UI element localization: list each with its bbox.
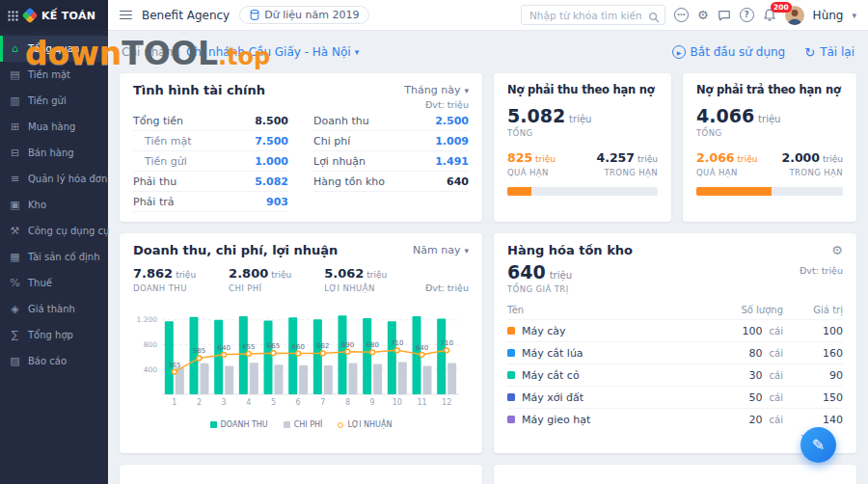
app-name: KẾ TOÁN <box>41 10 95 22</box>
notification-badge: 200 <box>771 2 793 13</box>
table-row[interactable]: Máy xới đất 50cái 150 <box>507 386 843 408</box>
legend-doanh-thu[interactable]: DOANH THU <box>210 420 268 429</box>
invoice-icon: ≡ <box>9 173 21 185</box>
svg-text:640: 640 <box>217 344 230 352</box>
menu-toggle-icon[interactable] <box>120 11 132 20</box>
revenue-card: Doanh thu, chi phí, lợi nhuận Năm nay ▾ … <box>120 233 482 453</box>
sidebar-item-mua-hang[interactable]: ⊞Mua hàng <box>0 114 108 140</box>
revenue-period-select[interactable]: Năm nay ▾ <box>413 244 469 256</box>
payable-card-title: Nợ phải trả theo hạn nợ <box>696 83 841 96</box>
sidebar-item-gia-thanh[interactable]: ◈Giá thành <box>0 296 108 322</box>
branch-label: Chi nhánh <box>122 45 180 59</box>
inventory-card-title: Hàng hóa tồn kho <box>507 243 633 257</box>
stat-chi-phi: 2.800triệu CHI PHÍ <box>229 263 291 293</box>
data-year-selector[interactable]: Dữ liệu năm 2019 <box>239 6 369 24</box>
svg-text:365: 365 <box>168 362 180 369</box>
svg-text:660: 660 <box>291 343 304 351</box>
svg-text:710: 710 <box>391 339 403 347</box>
sidebar-item-label: Báo cáo <box>28 356 67 366</box>
database-icon <box>250 10 259 20</box>
payable-progress-fill <box>696 187 772 196</box>
sidebar-item-ban-hang[interactable]: ⊟Bán hàng <box>0 140 108 166</box>
cost-icon: ◈ <box>9 303 21 315</box>
receivable-overdue: 825triệu QUÁ HẠN <box>507 148 556 177</box>
topbar-actions: ⋯ ⚙ ? 200 Hùng ▾ <box>521 5 856 26</box>
sidebar-item-label: Công cụ dụng cụ <box>28 226 109 236</box>
start-using-button[interactable]: ▶ Bắt đầu sử dụng <box>672 45 786 59</box>
sidebar-item-tong-hop[interactable]: ∑Tổng hợp <box>0 322 108 348</box>
sidebar-item-quan-ly-hoa-don[interactable]: ≡Quản lý hóa đơn <box>0 166 108 192</box>
receivable-total: 5.082 <box>507 105 565 126</box>
topbar-main: Benefit Agency Dữ liệu năm 2019 ⋯ ⚙ ? <box>108 0 868 31</box>
finance-card-title: Tình hình tài chính <box>133 83 265 97</box>
table-row[interactable]: Máy cắt cỏ 30cái 90 <box>507 363 843 386</box>
svg-text:662: 662 <box>316 342 329 350</box>
revenue-stats: 7.862triệu DOANH THU 2.800triệu CHI PHÍ … <box>133 263 469 293</box>
settings-gear-icon[interactable]: ⚙ <box>697 9 709 21</box>
svg-text:680: 680 <box>366 341 378 349</box>
payable-total: 4.066 <box>696 105 754 126</box>
user-menu-caret-icon[interactable]: ▾ <box>852 11 856 20</box>
report-icon: ▨ <box>9 355 21 367</box>
finance-row: Tổng tiền8.500 <box>133 111 288 131</box>
svg-text:5: 5 <box>271 398 276 407</box>
search-input[interactable] <box>521 5 665 25</box>
partial-card-left <box>120 465 482 484</box>
legend-loi-nhuan[interactable]: LỢI NHUẬN <box>338 420 392 429</box>
reload-button[interactable]: ↻ Tải lại <box>804 45 854 60</box>
sidebar-item-label: Tiền mặt <box>28 69 70 80</box>
finance-row: Chi phí1.009 <box>313 131 469 151</box>
sidebar-item-bao-cao[interactable]: ▨Báo cáo <box>0 348 108 374</box>
sidebar-item-kho[interactable]: ▣Kho <box>0 192 108 218</box>
topbar: KẾ TOÁN Benefit Agency Dữ liệu năm 2019 … <box>0 0 868 31</box>
inventory-summary: 640triệu TỔNG GIÁ TRỊ Đvt: triệu <box>507 261 843 294</box>
payable-overdue: 2.066triệu QUÁ HẠN <box>696 148 758 177</box>
bank-deposit-icon: ▥ <box>9 94 21 107</box>
svg-text:710: 710 <box>440 339 452 347</box>
user-name[interactable]: Hùng <box>813 9 844 22</box>
inventory-table: Tên Số lượng Giá trị Máy cày 100cái 100 … <box>507 302 843 430</box>
revenue-card-title: Doanh thu, chi phí, lợi nhuận <box>133 243 338 257</box>
finance-card: Tình hình tài chính Tháng này ▾ Đvt: tri… <box>120 73 482 222</box>
topbar-brand: KẾ TOÁN <box>0 0 108 31</box>
sidebar-item-tong-quan[interactable]: ⌂Tổng quan <box>0 36 108 62</box>
edit-fab-button[interactable]: ✎ <box>800 427 836 463</box>
inventory-card: Hàng hóa tồn kho ⚙ 640triệu TỔNG GIÁ TRỊ… <box>494 233 856 453</box>
more-menu-icon[interactable]: ⋯ <box>674 8 689 22</box>
item-color-swatch <box>507 349 515 357</box>
inventory-settings-icon[interactable]: ⚙ <box>831 244 843 256</box>
svg-text:9: 9 <box>370 398 375 407</box>
sidebar: ⌂Tổng quan ▤Tiền mặt ▥Tiền gửi ⊞Mua hàng… <box>0 31 108 484</box>
sidebar-item-tien-gui[interactable]: ▥Tiền gửi <box>0 88 108 114</box>
finance-row: Tiền mặt7.500 <box>133 131 288 151</box>
subheader-actions: ▶ Bắt đầu sử dụng ↻ Tải lại <box>672 45 854 60</box>
legend-chi-phi[interactable]: CHI PHÍ <box>284 420 323 429</box>
sidebar-item-label: Giá thành <box>28 304 75 314</box>
sidebar-item-tai-san-co-dinh[interactable]: ▦Tài sản cố định <box>0 244 108 270</box>
table-row[interactable]: Máy cày 100cái 100 <box>507 319 843 341</box>
payable-card: Nợ phải trả theo hạn nợ 4.066triệu TỔNG … <box>683 73 856 222</box>
sidebar-item-thue[interactable]: %Thuế <box>0 270 108 296</box>
sidebar-item-cong-cu-dung-cu[interactable]: ⚒Công cụ dụng cụ <box>0 218 108 244</box>
help-icon[interactable]: ? <box>740 8 754 22</box>
sidebar-item-tien-mat[interactable]: ▤Tiền mặt <box>0 62 108 88</box>
receivable-progress-fill <box>507 187 531 196</box>
svg-text:10: 10 <box>393 398 402 407</box>
table-row[interactable]: Máy cắt lúa 80cái 160 <box>507 341 843 363</box>
item-color-swatch <box>507 416 515 423</box>
sidebar-item-label: Bán hàng <box>28 148 74 158</box>
branch-selector[interactable]: Chi nhánh Cầu Giấy - Hà Nội ▾ <box>186 45 359 59</box>
svg-text:400: 400 <box>144 365 158 374</box>
finance-period-select[interactable]: Tháng này ▾ <box>404 84 469 96</box>
sales-icon: ⊟ <box>9 147 21 159</box>
chat-icon[interactable] <box>718 9 731 22</box>
search-icon[interactable] <box>648 9 660 27</box>
app-grid-icon[interactable] <box>8 11 18 21</box>
table-row[interactable]: Máy gieo hạt 20cái 140 <box>507 408 843 430</box>
company-name: Benefit Agency <box>142 9 230 22</box>
notifications-bell-icon[interactable]: 200 <box>763 8 776 22</box>
inventory-table-header: Tên Số lượng Giá trị <box>507 302 843 319</box>
svg-text:1: 1 <box>172 398 176 407</box>
receivable-card: Nợ phải thu theo hạn nợ 5.082triệu TỔNG … <box>494 73 671 222</box>
svg-text:690: 690 <box>341 341 354 349</box>
